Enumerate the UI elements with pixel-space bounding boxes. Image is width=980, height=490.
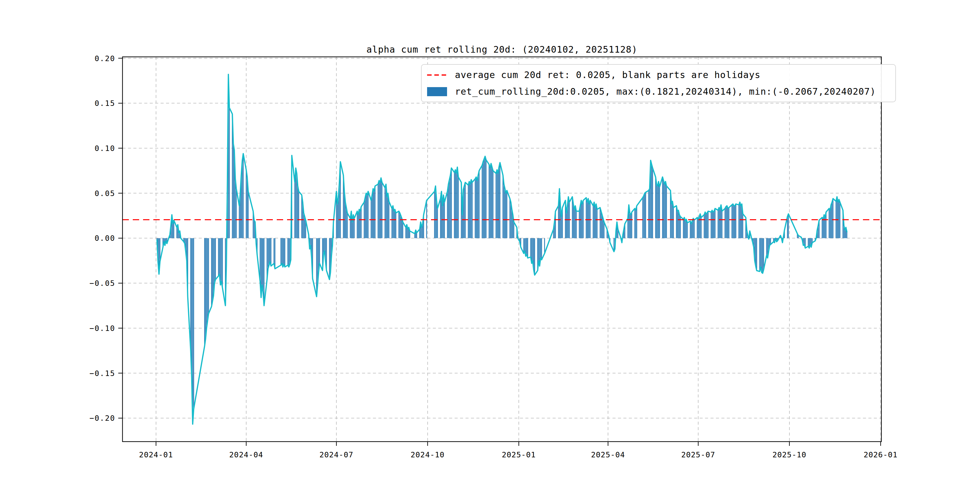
y-axis bbox=[118, 58, 123, 418]
bar bbox=[254, 220, 255, 238]
bar bbox=[514, 222, 514, 239]
bar bbox=[288, 238, 290, 267]
bar bbox=[701, 218, 702, 238]
bar bbox=[574, 209, 575, 238]
bar bbox=[478, 175, 479, 238]
bar bbox=[360, 211, 361, 238]
bar bbox=[500, 163, 501, 239]
bar bbox=[838, 200, 839, 239]
bar bbox=[594, 202, 595, 238]
bar bbox=[324, 238, 325, 251]
bar bbox=[301, 195, 302, 239]
bar bbox=[205, 238, 206, 339]
y-tick-label: −0.10 bbox=[89, 324, 115, 333]
bar bbox=[630, 215, 631, 238]
bar bbox=[825, 218, 826, 238]
bar bbox=[840, 202, 840, 238]
bar bbox=[644, 193, 645, 239]
bar bbox=[727, 206, 727, 238]
y-tick-label: −0.15 bbox=[89, 369, 115, 378]
bar bbox=[687, 223, 688, 239]
bar bbox=[718, 210, 719, 238]
bar bbox=[367, 195, 368, 239]
bar bbox=[763, 238, 764, 269]
bar bbox=[727, 208, 729, 238]
bar bbox=[484, 159, 485, 239]
bar bbox=[262, 238, 262, 285]
bar bbox=[604, 222, 605, 239]
x-tick-label: 2025-10 bbox=[773, 450, 807, 459]
bar bbox=[736, 204, 737, 238]
bar bbox=[662, 177, 663, 238]
bar bbox=[398, 211, 399, 238]
bar bbox=[810, 238, 811, 244]
bar bbox=[534, 238, 535, 275]
bar bbox=[719, 209, 721, 238]
bar bbox=[211, 238, 212, 306]
bar bbox=[712, 210, 713, 238]
bar bbox=[218, 238, 219, 276]
bar bbox=[208, 238, 209, 313]
bar bbox=[822, 218, 823, 238]
bar bbox=[274, 238, 274, 263]
x-tick-label: 2025-01 bbox=[502, 450, 536, 459]
bar bbox=[395, 209, 395, 238]
bar bbox=[541, 238, 542, 259]
bar bbox=[282, 238, 283, 263]
bar bbox=[450, 175, 451, 238]
bar bbox=[496, 173, 496, 238]
bar bbox=[719, 207, 719, 238]
bar bbox=[694, 220, 695, 238]
bar bbox=[366, 193, 367, 239]
bar bbox=[354, 218, 355, 238]
bar bbox=[471, 180, 472, 238]
bar bbox=[284, 238, 285, 267]
bar bbox=[440, 199, 441, 239]
bar bbox=[414, 234, 415, 239]
bar bbox=[845, 230, 845, 239]
bar bbox=[283, 238, 283, 267]
bar bbox=[280, 238, 281, 265]
bar bbox=[462, 215, 463, 238]
bar bbox=[673, 207, 674, 238]
bar bbox=[808, 238, 809, 246]
bar bbox=[248, 191, 249, 239]
bar bbox=[489, 164, 490, 238]
bar bbox=[496, 170, 498, 238]
y-tick-label: −0.20 bbox=[89, 414, 115, 423]
bar bbox=[713, 212, 714, 238]
chart-figure: 0.200.150.100.050.00−0.05−0.10−0.15−0.20… bbox=[0, 0, 980, 490]
bar bbox=[451, 168, 452, 238]
bar bbox=[823, 219, 824, 238]
red-dashed-line-swatch bbox=[427, 75, 447, 76]
x-tick-label: 2024-07 bbox=[320, 450, 353, 459]
bar bbox=[586, 198, 587, 239]
bar bbox=[405, 228, 406, 239]
bar bbox=[705, 212, 706, 238]
bar bbox=[437, 208, 438, 238]
bar bbox=[239, 206, 240, 238]
bar bbox=[391, 208, 392, 238]
bar bbox=[492, 167, 492, 238]
bar bbox=[576, 211, 577, 238]
bar bbox=[416, 233, 417, 239]
bar bbox=[456, 173, 457, 238]
bar bbox=[283, 238, 284, 264]
bar bbox=[468, 185, 469, 239]
bar bbox=[172, 224, 173, 239]
bar bbox=[588, 199, 589, 239]
bar bbox=[583, 200, 584, 238]
bar bbox=[697, 218, 698, 238]
bar bbox=[491, 164, 492, 239]
bar bbox=[593, 206, 594, 238]
bar bbox=[457, 167, 458, 238]
bar bbox=[589, 204, 590, 238]
bar bbox=[337, 204, 338, 238]
bar bbox=[829, 208, 830, 238]
bar bbox=[725, 207, 727, 238]
bar bbox=[685, 221, 686, 239]
bar bbox=[402, 222, 403, 239]
bar bbox=[219, 238, 220, 274]
bar bbox=[352, 222, 353, 239]
bar bbox=[698, 219, 699, 238]
